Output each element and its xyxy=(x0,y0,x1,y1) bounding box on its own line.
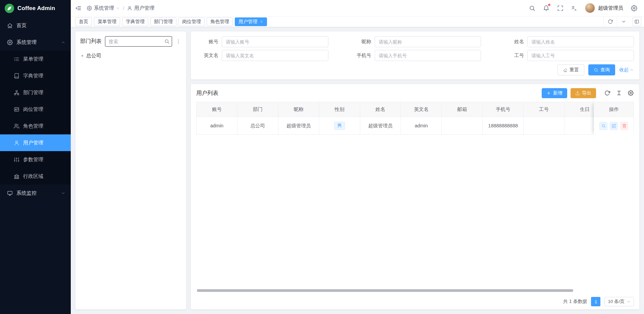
page-content: 部门列表 总公司 xyxy=(71,27,644,314)
tab-options-dropdown[interactable] xyxy=(617,16,630,27)
table-scroll-area[interactable]: 账号 部门 昵称 性别 姓名 英文名 邮箱 手机号 工号 xyxy=(196,102,634,135)
chevron-up-icon xyxy=(61,40,65,45)
view-user-button[interactable] xyxy=(599,122,607,130)
sidebar-item-menu-management[interactable]: 菜单管理 xyxy=(0,51,71,67)
sidebar-item-department-management[interactable]: 部门管理 xyxy=(0,84,71,101)
sidebar-item-system-monitor[interactable]: 系统监控 xyxy=(0,185,71,201)
sidebar-item-role-management[interactable]: 角色管理 xyxy=(0,118,71,134)
export-button[interactable]: 导出 xyxy=(571,88,596,98)
column-header[interactable]: 昵称 xyxy=(278,102,319,117)
filter-nickname: 昵称 xyxy=(349,36,481,47)
breadcrumb: 系统管理 / 用户管理 xyxy=(87,5,154,11)
chevron-down-icon xyxy=(621,19,626,24)
close-tab-icon[interactable] xyxy=(260,20,263,23)
column-header[interactable]: 姓名 xyxy=(360,102,401,117)
tab-position-management[interactable]: 岗位管理 xyxy=(178,17,205,26)
more-vertical-icon xyxy=(176,39,181,44)
field-label: 姓名 xyxy=(502,39,524,45)
table-row[interactable]: admin 总公司 超级管理员 男 超级管理员 admin 1888888888… xyxy=(197,117,605,135)
notifications-button[interactable] xyxy=(543,5,549,11)
breadcrumb-label: 系统管理 xyxy=(94,5,114,11)
breadcrumb-user-management[interactable]: 用户管理 xyxy=(127,5,154,11)
user-menu[interactable]: 超级管理员 xyxy=(585,3,623,13)
delete-user-button[interactable] xyxy=(620,122,628,130)
book-icon xyxy=(14,73,19,79)
reset-button[interactable]: 重置 xyxy=(557,64,584,75)
column-header[interactable]: 邮箱 xyxy=(442,102,483,117)
search-button[interactable]: 查询 xyxy=(588,64,615,75)
cell-department: 总公司 xyxy=(237,117,278,135)
plus-icon xyxy=(546,91,551,96)
nickname-input[interactable] xyxy=(375,36,481,47)
sliders-icon xyxy=(14,157,19,163)
filter-work-id: 工号 xyxy=(502,50,634,61)
trash-icon xyxy=(622,124,627,128)
global-search-button[interactable] xyxy=(529,5,535,11)
sidebar-item-label: 系统管理 xyxy=(16,39,37,46)
layout-settings-button[interactable] xyxy=(632,17,641,26)
sidebar-item-label: 字典管理 xyxy=(23,73,43,79)
expand-caret-icon[interactable] xyxy=(80,54,85,58)
tree-node-head-office[interactable]: 总公司 xyxy=(80,51,181,61)
cell-english-name: admin xyxy=(401,117,442,135)
sidebar-item-system-management[interactable]: 系统管理 xyxy=(0,34,71,51)
tab-dictionary-management[interactable]: 字典管理 xyxy=(122,17,148,26)
column-header[interactable]: 英文名 xyxy=(401,102,442,117)
column-settings-button[interactable] xyxy=(615,90,622,97)
column-header[interactable]: 性别 xyxy=(319,102,360,117)
department-list-title: 部门列表 xyxy=(80,38,102,45)
main-area: 系统管理 / 用户管理 xyxy=(71,0,644,314)
add-user-button[interactable]: 新增 xyxy=(542,88,567,98)
phone-input[interactable] xyxy=(375,50,481,61)
scrollbar-thumb[interactable] xyxy=(197,289,573,292)
export-icon xyxy=(575,91,580,96)
sidebar-item-position-management[interactable]: 岗位管理 xyxy=(0,101,71,118)
column-header[interactable]: 账号 xyxy=(197,102,237,117)
tab-role-management[interactable]: 角色管理 xyxy=(207,17,233,26)
user-list-title: 用户列表 xyxy=(196,89,218,97)
column-header[interactable]: 部门 xyxy=(237,102,278,117)
app-logo[interactable]: Coffee Admin xyxy=(0,0,71,16)
page-1-button[interactable]: 1 xyxy=(591,297,600,306)
edit-user-button[interactable] xyxy=(610,122,618,130)
chevron-up-icon xyxy=(630,68,634,72)
tab-user-management[interactable]: 用户管理 xyxy=(235,17,267,26)
sidebar-item-user-management[interactable]: 用户管理 xyxy=(0,134,71,151)
search-icon[interactable] xyxy=(164,39,169,44)
page-size-select[interactable]: 10 条/页 xyxy=(604,297,634,306)
department-search xyxy=(105,36,172,47)
column-header[interactable]: 手机号 xyxy=(483,102,524,117)
account-input[interactable] xyxy=(222,36,328,47)
refresh-tab-button[interactable] xyxy=(603,16,617,27)
sidebar-item-parameter-management[interactable]: 参数管理 xyxy=(0,151,71,168)
tab-menu-management[interactable]: 菜单管理 xyxy=(94,17,120,26)
collapse-sidebar-button[interactable] xyxy=(75,5,82,11)
name-input[interactable] xyxy=(527,36,634,47)
department-search-input[interactable] xyxy=(105,36,172,47)
settings-button[interactable] xyxy=(631,5,637,11)
more-options-button[interactable] xyxy=(175,38,181,45)
tab-department-management[interactable]: 部门管理 xyxy=(150,17,176,26)
tree-node-label: 总公司 xyxy=(86,53,101,59)
refresh-list-button[interactable] xyxy=(604,90,610,97)
table-settings-button[interactable] xyxy=(627,90,634,97)
language-switch-button[interactable]: 文 A xyxy=(571,5,578,11)
top-header: 系统管理 / 用户管理 xyxy=(71,0,644,16)
work-id-input[interactable] xyxy=(527,50,634,61)
svg-text:A: A xyxy=(575,8,577,11)
sidebar-item-home[interactable]: 首页 xyxy=(0,17,71,34)
tab-home[interactable]: 首页 xyxy=(75,17,92,26)
cell-email xyxy=(442,117,483,135)
column-header[interactable]: 工号 xyxy=(524,102,565,117)
sidebar-item-dictionary-management[interactable]: 字典管理 xyxy=(0,67,71,84)
sidebar-item-administrative-region[interactable]: 行政区域 xyxy=(0,168,71,185)
open-tabs: 首页 菜单管理 字典管理 部门管理 岗位管理 角色管理 用户管理 xyxy=(75,17,603,26)
fullscreen-button[interactable] xyxy=(557,5,564,11)
english-name-input[interactable] xyxy=(222,50,328,61)
layout-icon xyxy=(634,19,639,24)
column-header-operation: 操作 xyxy=(594,102,634,117)
sidebar-item-label: 岗位管理 xyxy=(23,106,43,113)
breadcrumb-system-management[interactable]: 系统管理 xyxy=(87,5,120,11)
collapse-filters-button[interactable]: 收起 xyxy=(619,67,634,73)
horizontal-scrollbar[interactable] xyxy=(196,289,634,292)
